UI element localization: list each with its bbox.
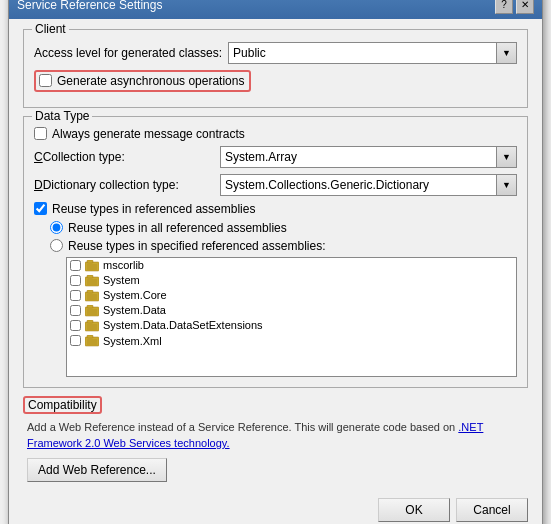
list-item: mscorlib <box>67 258 516 273</box>
radio-all[interactable] <box>50 221 63 234</box>
title-bar-controls: ? ✕ <box>495 0 534 14</box>
radio-specified-label: Reuse types in specified referenced asse… <box>68 239 325 253</box>
collection-type-dropdown-arrow[interactable]: ▼ <box>497 146 517 168</box>
help-button[interactable]: ? <box>495 0 513 14</box>
dictionary-type-combo-wrapper: ▼ <box>220 174 517 196</box>
reuse-types-checkbox[interactable] <box>34 202 47 215</box>
assembly-name: System <box>103 274 140 286</box>
assembly-checkbox[interactable] <box>70 275 81 286</box>
access-level-input[interactable] <box>228 42 497 64</box>
collection-type-combo-wrapper: ▼ <box>220 146 517 168</box>
list-item: System.Data.DataSetExtensions <box>67 318 516 333</box>
assembly-icon <box>85 274 99 287</box>
assembly-name: mscorlib <box>103 259 144 271</box>
dialog-body: Client Access level for generated classe… <box>9 19 542 525</box>
dictionary-type-input[interactable] <box>220 174 497 196</box>
ok-button[interactable]: OK <box>378 498 450 522</box>
svg-rect-20 <box>85 322 99 331</box>
dialog-title: Service Reference Settings <box>17 0 162 12</box>
svg-rect-25 <box>85 337 99 346</box>
async-checkbox[interactable] <box>39 74 52 87</box>
compat-label-wrapper: Compatibility <box>23 396 528 419</box>
svg-rect-10 <box>85 292 99 301</box>
radio-all-label: Reuse types in all referenced assemblies <box>68 221 287 235</box>
radio-all-row: Reuse types in all referenced assemblies <box>50 221 517 235</box>
radio-specified-row: Reuse types in specified referenced asse… <box>50 239 517 253</box>
footer-buttons: OK Cancel <box>23 490 528 522</box>
collection-type-label: CCollection type: <box>34 150 214 164</box>
cancel-button[interactable]: Cancel <box>456 498 528 522</box>
access-level-dropdown-arrow[interactable]: ▼ <box>497 42 517 64</box>
list-item: System.Core <box>67 288 516 303</box>
dictionary-type-dropdown-arrow[interactable]: ▼ <box>497 174 517 196</box>
access-level-label: Access level for generated classes: <box>34 46 222 60</box>
list-item: System.Data <box>67 303 516 318</box>
list-item: System <box>67 273 516 288</box>
assembly-icon <box>85 334 99 347</box>
reuse-types-row: Reuse types in referenced assemblies <box>34 202 517 216</box>
assembly-name: System.Core <box>103 289 167 301</box>
access-level-combo-wrapper: ▼ <box>228 42 517 64</box>
compat-description: Add a Web Reference instead of a Service… <box>23 419 528 452</box>
assembly-name: System.Data <box>103 304 166 316</box>
svg-rect-6 <box>87 275 93 278</box>
collection-type-label-underline: C <box>34 150 43 164</box>
client-group: Client Access level for generated classe… <box>23 29 528 108</box>
reuse-types-label: Reuse types in referenced assemblies <box>52 202 255 216</box>
assembly-icon <box>85 259 99 272</box>
assembly-icon <box>85 304 99 317</box>
async-operations-row: Generate asynchronous operations <box>34 70 517 92</box>
assembly-icon <box>85 289 99 302</box>
async-highlight: Generate asynchronous operations <box>34 70 251 92</box>
always-generate-label: Always generate message contracts <box>52 127 245 141</box>
assembly-checkbox[interactable] <box>70 335 81 346</box>
assembly-checkbox[interactable] <box>70 260 81 271</box>
assembly-checkbox[interactable] <box>70 305 81 316</box>
assembly-listbox[interactable]: mscorlib System System.Core System.Data … <box>66 257 517 377</box>
assembly-name: System.Xml <box>103 335 162 347</box>
assembly-checkbox[interactable] <box>70 290 81 301</box>
compat-desc-text: Add a Web Reference instead of a Service… <box>27 421 455 433</box>
compat-label: Compatibility <box>23 396 102 414</box>
always-generate-checkbox[interactable] <box>34 127 47 140</box>
radio-specified[interactable] <box>50 239 63 252</box>
svg-rect-5 <box>85 277 99 286</box>
svg-rect-1 <box>87 260 93 263</box>
svg-rect-0 <box>85 262 99 271</box>
always-generate-row: Always generate message contracts <box>34 127 517 141</box>
assembly-checkbox[interactable] <box>70 320 81 331</box>
svg-rect-26 <box>87 335 93 338</box>
access-level-row: Access level for generated classes: ▼ <box>34 42 517 64</box>
dictionary-label-underline: D <box>34 178 43 192</box>
assembly-icon <box>85 319 99 332</box>
dialog-window: Service Reference Settings ? ✕ Client Ac… <box>8 0 543 524</box>
dictionary-type-row: DDictionary collection type: ▼ <box>34 174 517 196</box>
collection-type-row: CCollection type: ▼ <box>34 146 517 168</box>
add-web-reference-button[interactable]: Add Web Reference... <box>27 458 167 482</box>
svg-rect-11 <box>87 290 93 293</box>
list-item: System.Xml <box>67 333 516 348</box>
svg-rect-16 <box>87 305 93 308</box>
svg-rect-21 <box>87 320 93 323</box>
data-type-group-label: Data Type <box>32 109 92 123</box>
title-bar: Service Reference Settings ? ✕ <box>9 0 542 19</box>
assembly-name: System.Data.DataSetExtensions <box>103 319 263 331</box>
data-type-group: Data Type Always generate message contra… <box>23 116 528 388</box>
dictionary-type-label: DDictionary collection type: <box>34 178 214 192</box>
close-button[interactable]: ✕ <box>516 0 534 14</box>
client-group-label: Client <box>32 22 69 36</box>
svg-rect-15 <box>85 307 99 316</box>
compatibility-section: Compatibility Add a Web Reference instea… <box>23 396 528 482</box>
async-label: Generate asynchronous operations <box>57 74 244 88</box>
collection-type-input[interactable] <box>220 146 497 168</box>
